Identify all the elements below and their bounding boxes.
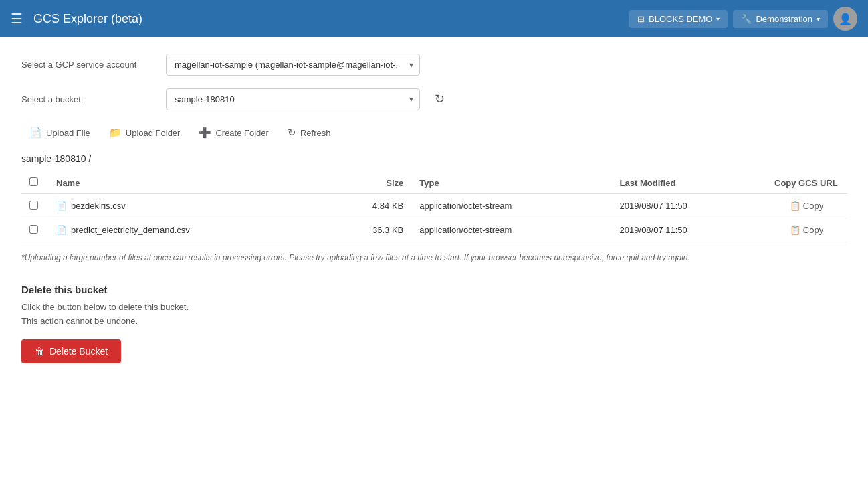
upload-folder-button[interactable]: 📁 Upload Folder — [101, 122, 189, 143]
delete-bucket-label: Delete Bucket — [49, 346, 108, 357]
file-name-1: predict_electricity_demand.csv — [71, 225, 190, 235]
app-header: ☰ GCS Explorer (beta) ⊞ BLOCKS DEMO ▾ 🔧 … — [0, 0, 868, 37]
service-account-select[interactable]: magellan-iot-sample (magellan-iot-sample… — [166, 54, 420, 76]
user-avatar[interactable]: 👤 — [833, 7, 857, 31]
wrench-icon: 🔧 — [741, 14, 752, 24]
copy-gcs-url-button-0[interactable]: 📋 Copy — [786, 199, 827, 212]
bucket-refresh-button[interactable]: ↻ — [431, 88, 449, 110]
refresh-icon: ↻ — [435, 92, 445, 106]
delete-desc-line1: Click the button below to delete this bu… — [21, 302, 189, 312]
copy-icon-1: 📋 — [790, 225, 800, 235]
select-all-checkbox[interactable] — [29, 177, 38, 186]
bucket-row: Select a bucket sample-180810 ▾ ↻ — [21, 88, 847, 110]
demonstration-chevron-icon: ▾ — [817, 15, 820, 23]
menu-icon[interactable]: ☰ — [11, 11, 23, 27]
upload-file-button[interactable]: 📄 Upload File — [21, 122, 98, 143]
refresh-button[interactable]: ↻ Refresh — [280, 122, 339, 143]
file-toolbar: 📄 Upload File 📁 Upload Folder ➕ Create F… — [21, 122, 847, 143]
row-copy-gcs-1: 📋 Copy — [766, 218, 847, 242]
upload-folder-label: Upload Folder — [126, 128, 181, 138]
breadcrumb: sample-180810 / — [21, 153, 847, 164]
th-last-modified: Last Modified — [612, 172, 766, 194]
bucket-select[interactable]: sample-180810 — [166, 88, 420, 110]
row-name-0: 📄 bezdeklris.csv — [48, 194, 324, 218]
main-content: Select a GCP service account magellan-io… — [0, 37, 868, 494]
delete-description: Click the button below to delete this bu… — [21, 301, 847, 329]
delete-title: Delete this bucket — [21, 284, 847, 295]
th-select-all — [21, 172, 48, 194]
file-icon-1: 📄 — [56, 225, 67, 235]
blocks-demo-chevron-icon: ▾ — [716, 15, 720, 23]
copy-gcs-url-button-1[interactable]: 📋 Copy — [786, 224, 827, 236]
create-folder-icon: ➕ — [199, 127, 211, 139]
table-row: 📄 predict_electricity_demand.csv 36.3 KB… — [21, 218, 847, 242]
bucket-label: Select a bucket — [21, 94, 155, 104]
blocks-demo-button[interactable]: ⊞ BLOCKS DEMO ▾ — [629, 10, 728, 28]
row-type-1: application/octet-stream — [411, 218, 611, 242]
create-folder-label: Create Folder — [215, 128, 268, 138]
create-folder-button[interactable]: ➕ Create Folder — [191, 122, 276, 143]
row-type-0: application/octet-stream — [411, 194, 611, 218]
file-name-0: bezdeklris.csv — [71, 201, 126, 211]
demonstration-button[interactable]: 🔧 Demonstration ▾ — [733, 10, 828, 28]
row-copy-gcs-0: 📋 Copy — [766, 194, 847, 218]
row-name-1: 📄 predict_electricity_demand.csv — [48, 218, 324, 242]
file-icon-0: 📄 — [56, 201, 67, 211]
th-size: Size — [324, 172, 411, 194]
blocks-icon: ⊞ — [637, 14, 645, 24]
service-account-row: Select a GCP service account magellan-io… — [21, 54, 847, 76]
row-checkbox-cell-0 — [21, 194, 48, 218]
avatar-icon: 👤 — [839, 13, 852, 25]
th-type: Type — [411, 172, 611, 194]
row-size-1: 36.3 KB — [324, 218, 411, 242]
row-checkbox-1[interactable] — [29, 225, 38, 234]
th-copy-gcs-url: Copy GCS URL — [766, 172, 847, 194]
copy-label-1: Copy — [803, 225, 823, 235]
service-account-select-wrapper: magellan-iot-sample (magellan-iot-sample… — [166, 54, 420, 76]
row-checkbox-0[interactable] — [29, 201, 38, 210]
upload-file-label: Upload File — [46, 128, 90, 138]
refresh-label: Refresh — [300, 128, 331, 138]
upload-folder-icon: 📁 — [109, 127, 122, 139]
delete-section: Delete this bucket Click the button belo… — [21, 284, 847, 363]
row-modified-1: 2019/08/07 11:50 — [612, 218, 766, 242]
app-title: GCS Explorer (beta) — [33, 12, 619, 26]
delete-bucket-button[interactable]: 🗑 Delete Bucket — [21, 339, 121, 363]
trash-icon: 🗑 — [35, 346, 44, 357]
row-modified-0: 2019/08/07 11:50 — [612, 194, 766, 218]
table-row: 📄 bezdeklris.csv 4.84 KB application/oct… — [21, 194, 847, 218]
service-account-label: Select a GCP service account — [21, 60, 155, 70]
copy-icon-0: 📋 — [790, 201, 800, 211]
copy-label-0: Copy — [803, 201, 823, 211]
table-header-row: Name Size Type Last Modified Copy GCS UR… — [21, 172, 847, 194]
header-right: ⊞ BLOCKS DEMO ▾ 🔧 Demonstration ▾ 👤 — [629, 7, 857, 31]
demonstration-label: Demonstration — [756, 14, 812, 24]
file-table: Name Size Type Last Modified Copy GCS UR… — [21, 172, 847, 242]
upload-warning: *Uploading a large number of files at on… — [21, 253, 847, 262]
row-checkbox-cell-1 — [21, 218, 48, 242]
delete-desc-line2: This action cannot be undone. — [21, 316, 138, 326]
th-name: Name — [48, 172, 324, 194]
bucket-select-wrapper: sample-180810 ▾ — [166, 88, 420, 110]
upload-file-icon: 📄 — [29, 127, 42, 139]
row-size-0: 4.84 KB — [324, 194, 411, 218]
refresh-toolbar-icon: ↻ — [288, 127, 296, 139]
blocks-demo-label: BLOCKS DEMO — [649, 14, 712, 24]
